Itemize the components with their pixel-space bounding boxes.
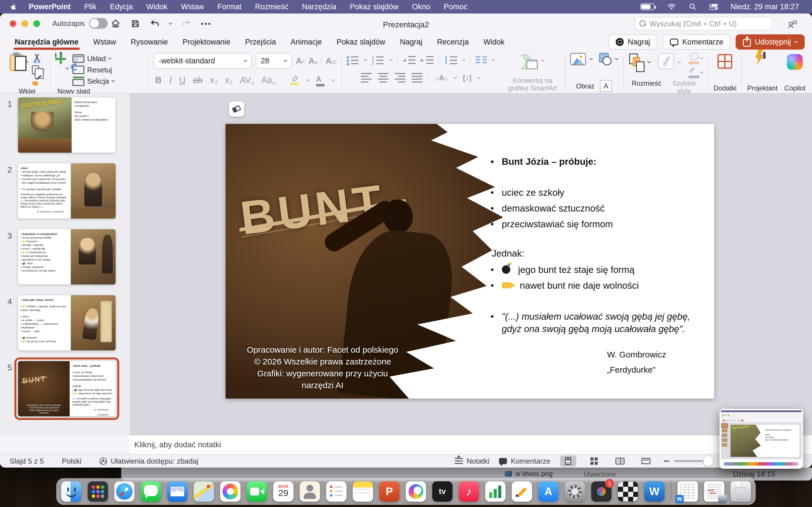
- checkerboard-app-icon[interactable]: [618, 482, 638, 502]
- slideshow-view-button[interactable]: [638, 455, 654, 467]
- designer-icon[interactable]: [763, 52, 765, 59]
- word-icon[interactable]: W: [644, 482, 665, 502]
- appstore-icon[interactable]: A: [538, 482, 559, 502]
- slide-sorter-view-button[interactable]: [586, 455, 602, 467]
- share-button[interactable]: Udostępnij: [735, 34, 805, 50]
- freeform-icon[interactable]: [406, 482, 426, 502]
- trash-icon[interactable]: [730, 482, 751, 502]
- zoom-out-button[interactable]: [664, 460, 669, 462]
- new-slide-button[interactable]: [55, 53, 62, 58]
- align-left-icon[interactable]: [361, 73, 371, 82]
- ribbon-tab-nagraj[interactable]: Nagraj: [393, 36, 430, 49]
- mail-icon[interactable]: [167, 482, 188, 502]
- menu-item-okno[interactable]: Okno: [405, 0, 437, 13]
- appletv-icon[interactable]: tv: [432, 482, 453, 502]
- comments-toggle[interactable]: Komentarze: [499, 457, 550, 466]
- format-painter-icon[interactable]: [32, 76, 42, 86]
- battery-icon[interactable]: [640, 3, 654, 10]
- presence-share-icon[interactable]: [786, 19, 798, 31]
- ribbon-tab-widok[interactable]: Widok: [476, 36, 512, 49]
- font-color-button[interactable]: A: [316, 74, 324, 87]
- bullet-list-icon[interactable]: [347, 56, 359, 65]
- section-button[interactable]: Sekcja: [72, 76, 143, 86]
- subscript-button[interactable]: x2: [225, 75, 233, 86]
- align-center-icon[interactable]: [378, 73, 389, 82]
- notification-app-icon[interactable]: 1: [591, 482, 612, 502]
- numbered-list-icon[interactable]: [372, 56, 384, 65]
- music-icon[interactable]: ♪: [459, 482, 479, 502]
- font-name-combobox[interactable]: -webkit-standard: [154, 53, 252, 69]
- inking-tool-button[interactable]: [229, 101, 244, 117]
- finder-icon[interactable]: [61, 482, 82, 502]
- justify-icon[interactable]: [412, 73, 422, 82]
- zoom-slider-knob[interactable]: [703, 456, 713, 466]
- decrease-indent-icon[interactable]: [403, 56, 416, 64]
- addins-icon[interactable]: [718, 54, 732, 69]
- slide-thumbnail-3[interactable]: • Dojrzałość vs niedojrzałość• To nie je…: [18, 229, 116, 284]
- facetime-icon[interactable]: [247, 482, 267, 502]
- accessibility-check[interactable]: Ułatwienia dostępu: zbadaj: [100, 457, 199, 466]
- arrange-icon[interactable]: [629, 54, 644, 70]
- menu-item-wstaw[interactable]: Wstaw: [174, 0, 211, 13]
- numbers-icon[interactable]: [485, 482, 506, 502]
- picture-icon[interactable]: [570, 53, 586, 65]
- text-box-icon[interactable]: A: [600, 80, 612, 92]
- ribbon-tab-przej-cia[interactable]: Przejścia: [238, 36, 283, 49]
- safari-icon[interactable]: [114, 482, 135, 502]
- spotlight-search-icon[interactable]: [689, 3, 697, 11]
- contacts-icon[interactable]: [300, 482, 320, 502]
- character-spacing-button[interactable]: AV: [240, 75, 254, 86]
- control-center-icon[interactable]: [709, 3, 718, 10]
- align-right-icon[interactable]: [395, 73, 405, 82]
- messages-icon[interactable]: [141, 482, 161, 502]
- pages-icon[interactable]: [512, 482, 532, 502]
- wifi-icon[interactable]: [667, 3, 676, 10]
- slide-thumbnail-2[interactable]: Józio:• 30-letni pisarz, który wraca do …: [18, 163, 116, 219]
- clear-formatting-button[interactable]: A◇: [326, 56, 336, 66]
- strikethrough-button[interactable]: ab: [193, 75, 202, 86]
- comments-button[interactable]: Komentarze: [663, 34, 731, 50]
- menu-item-pomoc[interactable]: Pomoc: [437, 0, 474, 13]
- paste-button[interactable]: [10, 53, 28, 71]
- menu-item-format[interactable]: Format: [211, 0, 248, 13]
- copilot-icon[interactable]: [787, 54, 803, 70]
- text-direction-icon[interactable]: ↓A↓: [435, 73, 448, 82]
- reset-button[interactable]: Resetuj: [72, 65, 143, 75]
- slide-thumbnail-5[interactable]: BUNTOpracowanie i autor: Facet od polski…: [18, 361, 116, 416]
- ribbon-tab-pokaz-slajd-w[interactable]: Pokaz slajdów: [329, 36, 393, 49]
- font-size-combobox[interactable]: 28: [256, 53, 292, 69]
- maps-icon[interactable]: [194, 482, 214, 502]
- increase-indent-icon[interactable]: [421, 56, 434, 64]
- slide-indicator[interactable]: Slajd 5 z 5: [10, 457, 44, 466]
- settings-icon[interactable]: [565, 482, 585, 502]
- menu-item-widok[interactable]: Widok: [140, 0, 174, 13]
- decrease-font-size-button[interactable]: Av: [308, 56, 317, 66]
- shapes-icon[interactable]: [599, 53, 612, 65]
- bold-button[interactable]: B: [155, 75, 161, 86]
- menu-bar-clock[interactable]: Niedz. 29 mar 18:27: [730, 3, 799, 11]
- columns-icon[interactable]: [476, 56, 487, 64]
- menu-item-narz-dzia[interactable]: Narzędzia: [295, 0, 343, 13]
- change-case-button[interactable]: Aa: [261, 75, 275, 86]
- line-spacing-icon[interactable]: [444, 56, 457, 65]
- notes-area[interactable]: Kliknij, aby dodać notatki: [130, 435, 812, 454]
- slide-thumbnail-4[interactable]: • Józio jako ofiara „formy”• 👉 FORMA = s…: [18, 295, 116, 350]
- layout-button[interactable]: Układ: [72, 54, 143, 64]
- menu-item-rozmie[interactable]: Rozmieść: [248, 0, 296, 13]
- zoom-slider[interactable]: [674, 460, 712, 462]
- italic-button[interactable]: I: [169, 75, 172, 86]
- superscript-button[interactable]: x2: [210, 75, 218, 86]
- screen-preview-window[interactable]: FERDYDURKE Witold Gombrowicz „Ferdydurke…: [719, 409, 803, 469]
- underline-button[interactable]: U: [179, 75, 186, 86]
- slide-canvas[interactable]: BUNT Opracowanie i autor: Facet od polsk…: [225, 124, 714, 399]
- copy-button[interactable]: [32, 65, 45, 74]
- highlight-color-button[interactable]: [290, 75, 299, 85]
- slide-thumbnail-1[interactable]: FERDYDURKEWitold Gombrowicz „Ferdydurke”…: [18, 98, 116, 153]
- reading-view-button[interactable]: [612, 455, 628, 467]
- menu-item-plik[interactable]: Plik: [78, 0, 103, 13]
- search-box[interactable]: [635, 17, 772, 31]
- smartart-icon[interactable]: [521, 55, 538, 69]
- menu-item-pokaz-slajd-w[interactable]: Pokaz slajdów: [343, 0, 405, 13]
- calendar-icon[interactable]: MAR29: [273, 482, 294, 502]
- apple-menu-icon[interactable]: [8, 2, 18, 11]
